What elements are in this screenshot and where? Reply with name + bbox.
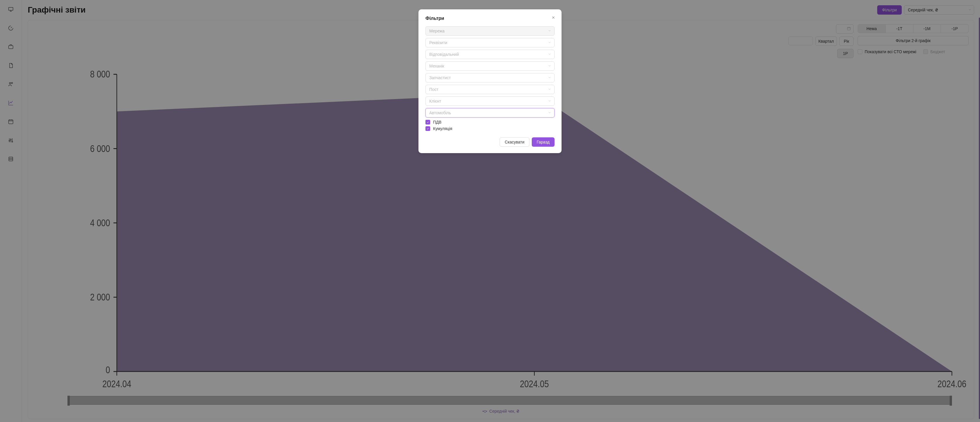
close-icon <box>551 16 555 19</box>
close-button[interactable] <box>550 14 557 21</box>
chevron-down-icon <box>548 110 551 115</box>
select-mechanic-placeholder: Механік <box>429 64 444 69</box>
checkbox-vat[interactable]: ПДВ <box>425 120 555 125</box>
select-network: Мережа <box>425 26 555 36</box>
select-post-placeholder: Пост <box>429 87 438 92</box>
select-responsible-placeholder: Відповідальний <box>429 52 459 57</box>
select-mechanic[interactable]: Механік <box>425 61 555 71</box>
modal-title: Фільтри <box>425 16 555 21</box>
select-partsman[interactable]: Запчастист <box>425 73 555 82</box>
select-vehicle[interactable]: Автомобіль <box>425 108 555 117</box>
select-responsible[interactable]: Відповідальний <box>425 50 555 59</box>
checkbox-cumulation-label: Кумуляція <box>433 126 452 131</box>
checkbox-checked-icon <box>425 126 430 131</box>
chevron-down-icon <box>548 40 551 45</box>
select-client-placeholder: Клієнт <box>429 99 441 104</box>
select-client[interactable]: Клієнт <box>425 96 555 106</box>
ok-button[interactable]: Гаразд <box>532 137 555 147</box>
select-partsman-placeholder: Запчастист <box>429 75 451 80</box>
select-requisites[interactable]: Реквізити <box>425 38 555 47</box>
modal-footer: Скасувати Гаразд <box>425 137 555 147</box>
chevron-down-icon <box>548 87 551 92</box>
cancel-button[interactable]: Скасувати <box>500 137 529 147</box>
checkbox-cumulation[interactable]: Кумуляція <box>425 126 555 131</box>
checkbox-checked-icon <box>425 120 430 125</box>
chevron-down-icon <box>548 99 551 104</box>
chevron-down-icon <box>548 29 551 33</box>
chevron-down-icon <box>548 64 551 69</box>
filters-modal: Фільтри Мережа Реквізити Відповідальний … <box>418 10 562 153</box>
checkbox-vat-label: ПДВ <box>433 120 442 125</box>
select-post[interactable]: Пост <box>425 85 555 94</box>
chevron-down-icon <box>548 75 551 80</box>
modal-overlay[interactable]: Фільтри Мережа Реквізити Відповідальний … <box>0 0 980 422</box>
select-network-placeholder: Мережа <box>429 29 444 33</box>
chevron-down-icon <box>548 52 551 57</box>
select-requisites-placeholder: Реквізити <box>429 40 447 45</box>
select-vehicle-placeholder: Автомобіль <box>429 110 451 115</box>
